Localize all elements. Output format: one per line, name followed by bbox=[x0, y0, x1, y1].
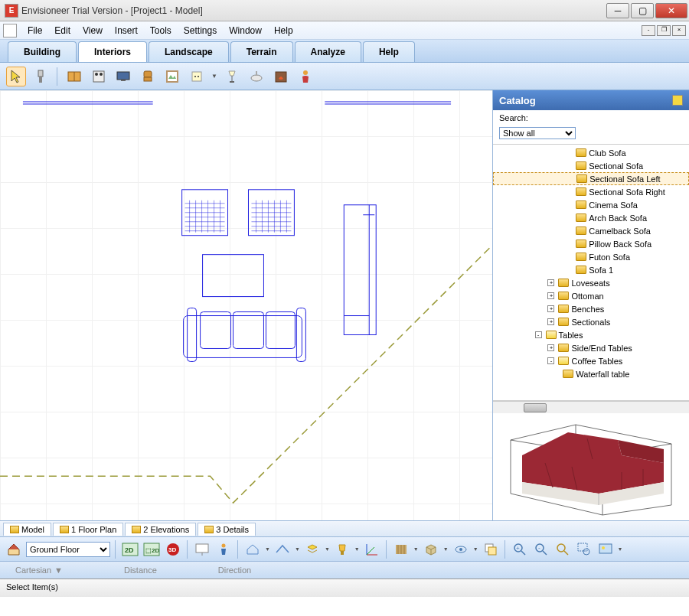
3d-view-button[interactable]: 3D bbox=[164, 540, 182, 559]
tree-folder[interactable]: +Side/End Tables bbox=[493, 341, 689, 354]
tree-item[interactable]: Camelback Sofa bbox=[493, 224, 689, 237]
viewtab-model[interactable]: Model bbox=[3, 523, 51, 536]
tree-item[interactable]: Waterfall table bbox=[493, 367, 689, 380]
fireplace-tool[interactable] bbox=[271, 67, 291, 86]
viewtab-floorplan[interactable]: 1 Floor Plan bbox=[53, 523, 123, 536]
dropdown-arrow-icon[interactable]: ▼ bbox=[265, 546, 270, 552]
tree-folder[interactable]: +Benches bbox=[493, 302, 689, 315]
house-icon-button[interactable] bbox=[5, 540, 23, 559]
tree-label: Sofa 1 bbox=[589, 266, 613, 275]
tree-folder[interactable]: -Tables bbox=[493, 328, 689, 341]
menu-window[interactable]: Window bbox=[223, 22, 268, 39]
furniture-tool[interactable] bbox=[138, 67, 158, 86]
tab-analyze[interactable]: Analyze bbox=[295, 41, 361, 62]
tree-item[interactable]: Futon Sofa bbox=[493, 250, 689, 263]
menu-tools[interactable]: Tools bbox=[144, 22, 178, 39]
outlet-tool[interactable] bbox=[187, 67, 207, 86]
close-button[interactable]: ✕ bbox=[655, 3, 687, 18]
zoom-out-button[interactable]: - bbox=[532, 540, 550, 559]
app-menu-icon[interactable] bbox=[3, 24, 17, 37]
catalog-filter-select[interactable]: Show all bbox=[499, 127, 576, 139]
catalog-hscrollbar[interactable] bbox=[493, 401, 689, 413]
expand-toggle[interactable]: - bbox=[547, 357, 554, 364]
viewtab-details[interactable]: 3 Details bbox=[198, 523, 256, 536]
dropdown-arrow-icon[interactable]: ▼ bbox=[354, 546, 360, 552]
tree-item[interactable]: Pillow Back Sofa bbox=[493, 237, 689, 250]
dropdown-arrow-icon[interactable]: ▼ bbox=[325, 546, 330, 552]
sun-button[interactable] bbox=[333, 540, 351, 559]
paint-tool[interactable] bbox=[31, 67, 51, 86]
floor-select[interactable]: Ground Floor bbox=[26, 542, 110, 557]
coord-system[interactable]: Cartesian ▼ bbox=[15, 565, 63, 575]
lighting-tool[interactable] bbox=[222, 67, 242, 86]
tree-folder[interactable]: -Coffee Tables bbox=[493, 354, 689, 367]
child-restore-button[interactable]: ❐ bbox=[657, 25, 671, 36]
zoom-in-button[interactable]: + bbox=[511, 540, 529, 559]
tree-item[interactable]: Sofa 1 bbox=[493, 263, 689, 276]
child-minimize-button[interactable]: - bbox=[642, 25, 655, 36]
tab-help[interactable]: Help bbox=[363, 41, 415, 62]
zoom-fit-button[interactable] bbox=[553, 540, 572, 559]
tree-item[interactable]: Sectional Sofa Right bbox=[493, 185, 689, 198]
viewtab-elevations[interactable]: 2 Elevations bbox=[125, 523, 196, 536]
minimize-button[interactable]: ─ bbox=[606, 3, 629, 18]
expand-toggle[interactable]: + bbox=[547, 318, 554, 325]
child-close-button[interactable]: × bbox=[672, 25, 686, 36]
catalog-tree[interactable]: Club Sofa Sectional Sofa Sectional Sofa … bbox=[493, 144, 689, 401]
dropdown-arrow-icon[interactable]: ▼ bbox=[443, 546, 449, 552]
menu-help[interactable]: Help bbox=[268, 22, 299, 39]
plumbing-tool[interactable] bbox=[247, 67, 266, 86]
tab-landscape[interactable]: Landscape bbox=[149, 41, 229, 62]
visibility-button[interactable] bbox=[452, 540, 470, 559]
2d-view-button[interactable]: 2D bbox=[121, 540, 139, 559]
person-tool[interactable] bbox=[296, 67, 315, 86]
render-button[interactable] bbox=[596, 540, 615, 559]
catalog-pin-icon[interactable] bbox=[672, 95, 683, 106]
expand-toggle[interactable]: + bbox=[547, 279, 554, 286]
expand-toggle[interactable]: - bbox=[535, 331, 542, 338]
box-button[interactable] bbox=[422, 540, 440, 559]
menu-view[interactable]: View bbox=[77, 22, 109, 39]
tab-terrain[interactable]: Terrain bbox=[230, 41, 293, 62]
expand-toggle[interactable]: + bbox=[547, 305, 554, 312]
menu-file[interactable]: File bbox=[21, 22, 48, 39]
camera-button[interactable] bbox=[243, 540, 262, 559]
tab-building[interactable]: Building bbox=[8, 41, 77, 62]
presentation-button[interactable] bbox=[193, 540, 211, 559]
appliance-tool[interactable] bbox=[89, 67, 109, 86]
expand-toggle[interactable]: + bbox=[547, 292, 554, 299]
tab-interiors[interactable]: Interiors bbox=[78, 41, 147, 62]
select-tool[interactable] bbox=[6, 67, 26, 86]
menu-edit[interactable]: Edit bbox=[48, 22, 77, 39]
dropdown-arrow-icon[interactable]: ▼ bbox=[211, 73, 217, 80]
cabinet-tool[interactable] bbox=[64, 67, 84, 86]
maximize-button[interactable]: ▢ bbox=[631, 3, 654, 18]
tree-folder[interactable]: +Sectionals bbox=[493, 315, 689, 328]
drawing-canvas[interactable] bbox=[0, 90, 493, 520]
menu-settings[interactable]: Settings bbox=[178, 22, 223, 39]
dropdown-arrow-icon[interactable]: ▼ bbox=[413, 546, 419, 552]
copy-button[interactable] bbox=[482, 540, 500, 559]
decor-tool[interactable] bbox=[162, 67, 182, 86]
dropdown-arrow-icon[interactable]: ▼ bbox=[295, 546, 300, 552]
electronics-tool[interactable] bbox=[113, 67, 133, 86]
texture-button[interactable] bbox=[392, 540, 410, 559]
tree-item[interactable]: Sectional Sofa bbox=[493, 159, 689, 172]
tree-item[interactable]: Cinema Sofa bbox=[493, 198, 689, 211]
person-view-button[interactable] bbox=[214, 540, 233, 559]
axis-button[interactable] bbox=[363, 540, 381, 559]
tree-item[interactable]: Club Sofa bbox=[493, 146, 689, 159]
menu-insert[interactable]: Insert bbox=[109, 22, 144, 39]
tree-label: Club Sofa bbox=[589, 148, 625, 158]
dropdown-arrow-icon[interactable]: ▼ bbox=[618, 546, 623, 552]
tree-folder[interactable]: +Loveseats bbox=[493, 276, 689, 289]
zoom-window-button[interactable] bbox=[575, 540, 593, 559]
expand-toggle[interactable]: + bbox=[547, 344, 554, 351]
tree-folder[interactable]: +Ottoman bbox=[493, 289, 689, 302]
roof-view-button[interactable] bbox=[273, 540, 292, 559]
2d-alt-button[interactable]: ⬚2D bbox=[142, 540, 161, 559]
layers-button[interactable] bbox=[303, 540, 322, 559]
tree-item[interactable]: Arch Back Sofa bbox=[493, 211, 689, 224]
tree-item[interactable]: Sectional Sofa Left bbox=[493, 172, 689, 185]
dropdown-arrow-icon[interactable]: ▼ bbox=[473, 546, 478, 552]
